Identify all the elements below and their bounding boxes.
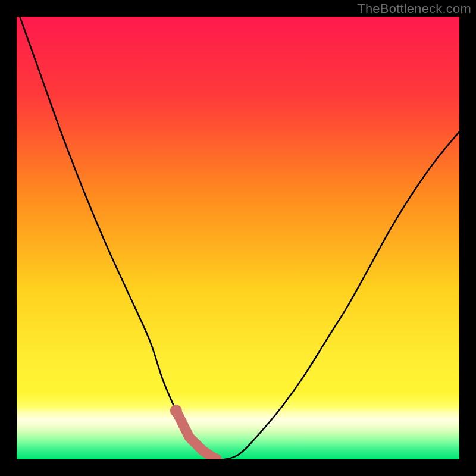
watermark-text: TheBottleneck.com bbox=[357, 1, 471, 17]
gradient-background bbox=[17, 17, 459, 459]
chart-plot-area bbox=[17, 17, 459, 459]
chart-frame: TheBottleneck.com bbox=[0, 0, 476, 476]
chart-svg bbox=[17, 17, 459, 459]
marker-dot-left bbox=[170, 405, 182, 416]
